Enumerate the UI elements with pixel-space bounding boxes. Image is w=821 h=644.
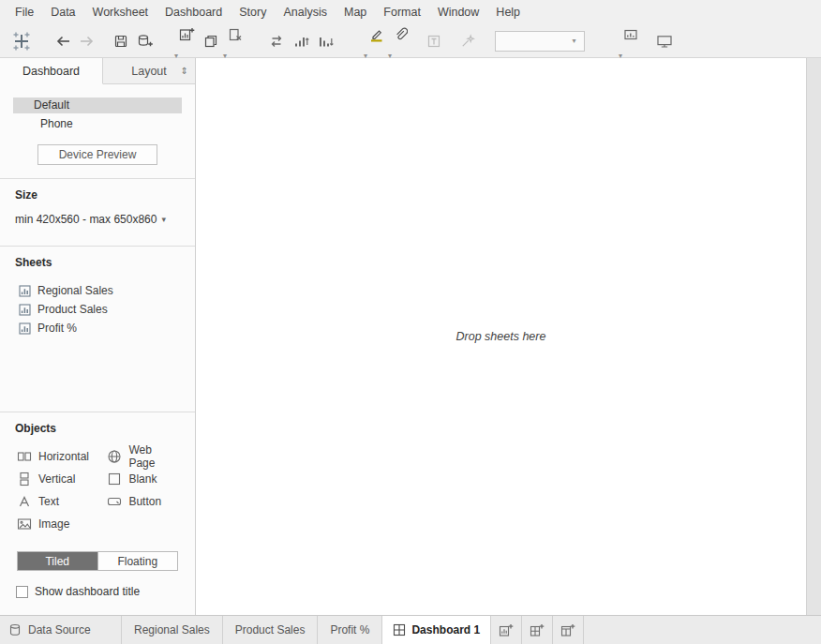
back-arrow-icon (54, 34, 71, 49)
presentation-mode-button[interactable] (652, 28, 677, 54)
tab-product-sales[interactable]: Product Sales (223, 616, 319, 644)
new-data-source-button[interactable] (133, 28, 157, 54)
duplicate-icon (203, 34, 218, 49)
pane-tabs: Dashboard Layout ⇕ (0, 58, 195, 84)
save-button[interactable] (109, 28, 133, 54)
sheet-item-label: Product Sales (37, 303, 108, 316)
sheet-chart-icon (19, 322, 31, 335)
objects-section: Objects Horizontal Vertical (0, 412, 195, 535)
sheets-heading: Sheets (15, 256, 180, 269)
blank-square-icon (107, 472, 122, 487)
sheet-chart-icon (19, 304, 31, 316)
new-worksheet-tab-button[interactable] (491, 616, 522, 644)
new-story-tab-button[interactable] (553, 616, 584, 644)
menu-analysis[interactable]: Analysis (275, 0, 336, 24)
undo-button[interactable] (51, 28, 75, 54)
object-blank[interactable]: Blank (107, 468, 180, 490)
menu-worksheet[interactable]: Worksheet (84, 0, 157, 24)
redo-button[interactable] (75, 28, 99, 54)
fix-axes-button[interactable] (455, 28, 480, 54)
size-heading: Size (15, 188, 180, 202)
button-icon (107, 494, 122, 509)
tab-profit[interactable]: Profit % (318, 616, 382, 644)
tableau-logo-icon[interactable] (9, 28, 34, 54)
object-label: Image (38, 517, 69, 531)
show-dashboard-title-label: Show dashboard title (35, 585, 140, 598)
dashboard-pane: Dashboard Layout ⇕ Default Phone Device … (0, 58, 196, 615)
sheet-tab-label: Profit % (330, 623, 369, 637)
globe-icon (107, 449, 122, 464)
group-members-button[interactable] (388, 22, 412, 48)
sheet-tab-label: Product Sales (235, 623, 306, 637)
new-worksheet-button[interactable] (174, 22, 199, 48)
layout-pane-tab-label: Layout (131, 65, 167, 78)
object-horizontal[interactable]: Horizontal (17, 445, 107, 468)
dashboard-canvas[interactable]: Drop sheets here (196, 58, 806, 615)
object-button[interactable]: Button (107, 490, 180, 513)
new-story-icon (560, 623, 575, 637)
sheet-item-label: Profit % (37, 322, 77, 335)
swap-axes-button[interactable] (264, 28, 289, 54)
show-dashboard-title-row[interactable]: Show dashboard title (16, 585, 195, 598)
database-plus-icon (137, 34, 154, 49)
tableau-window: File Data Worksheet Dashboard Story Anal… (0, 0, 821, 644)
menu-data[interactable]: Data (42, 0, 83, 24)
size-dropdown-caret-icon: ▾ (161, 215, 166, 224)
new-dashboard-tab-button[interactable] (522, 616, 553, 644)
clear-sheet-icon (228, 27, 243, 42)
database-icon (8, 623, 22, 637)
object-label: Vertical (38, 472, 75, 486)
menu-file[interactable]: File (7, 0, 42, 24)
presentation-screen-icon (656, 34, 673, 49)
sort-ascending-button[interactable] (289, 28, 313, 54)
fit-dropdown[interactable]: ▾ (495, 31, 585, 52)
sort-descending-button[interactable] (313, 28, 337, 54)
clear-sheet-button[interactable] (223, 22, 247, 48)
object-text[interactable]: Text (17, 490, 107, 513)
object-image[interactable]: Image (17, 513, 107, 535)
show-dashboard-title-checkbox[interactable] (16, 586, 28, 598)
tab-dashboard-pane[interactable]: Dashboard (0, 58, 103, 84)
dashboard-pane-tab-label: Dashboard (22, 65, 80, 78)
highlight-button[interactable] (364, 22, 388, 48)
vertical-container-icon (17, 472, 32, 487)
fit-dropdown-caret-icon: ▾ (569, 37, 579, 45)
device-preview-button[interactable]: Device Preview (37, 144, 157, 165)
menu-window[interactable]: Window (429, 0, 487, 24)
cards-chart-icon (623, 27, 638, 42)
dashboard-grid-icon (393, 623, 406, 637)
tab-dashboard-1[interactable]: Dashboard 1 (382, 616, 491, 644)
menu-help[interactable]: Help (487, 0, 529, 24)
sort-ascending-icon (293, 34, 309, 49)
new-worksheet-icon (499, 623, 514, 637)
tab-regional-sales[interactable]: Regional Sales (122, 616, 223, 644)
duplicate-button[interactable] (199, 28, 223, 54)
sheet-list-item-product-sales[interactable]: Product Sales (15, 300, 180, 319)
show-hide-cards-button[interactable] (619, 22, 643, 48)
sheet-chart-icon (19, 285, 31, 297)
tab-data-source[interactable]: Data Source (0, 616, 122, 644)
device-option-phone[interactable]: Phone (13, 116, 182, 132)
sheet-list-item-profit[interactable]: Profit % (15, 319, 180, 337)
sheet-tab-bar: Data Source Regional Sales Product Sales… (0, 615, 821, 644)
objects-heading: Objects (15, 422, 180, 435)
tiled-button[interactable]: Tiled (18, 552, 97, 570)
sheet-list-item-regional-sales[interactable]: Regional Sales (15, 281, 180, 300)
object-vertical[interactable]: Vertical (17, 468, 107, 490)
device-section: Default Phone Device Preview (0, 84, 195, 178)
floating-button[interactable]: Floating (97, 552, 178, 570)
active-sheet-tab-label: Dashboard 1 (411, 623, 480, 637)
spin-arrows-icon[interactable]: ⇕ (181, 66, 188, 76)
size-section: Size min 420x560 - max 650x860 ▾ (0, 179, 195, 246)
size-dropdown-value: min 420x560 - max 650x860 (15, 213, 157, 226)
sheet-list: Regional Sales Product Sales Profit % (15, 281, 180, 337)
object-web-page[interactable]: Web Page (107, 445, 180, 468)
size-dropdown[interactable]: min 420x560 - max 650x860 ▾ (15, 213, 180, 226)
swap-axes-icon (269, 34, 284, 49)
show-mark-labels-button[interactable] (422, 28, 446, 54)
objects-grid: Horizontal Vertical Text Image (17, 445, 180, 535)
object-label: Blank (128, 472, 157, 486)
device-option-default[interactable]: Default (13, 97, 182, 113)
data-source-tab-label: Data Source (28, 623, 91, 637)
tab-layout-pane[interactable]: Layout ⇕ (103, 58, 195, 83)
